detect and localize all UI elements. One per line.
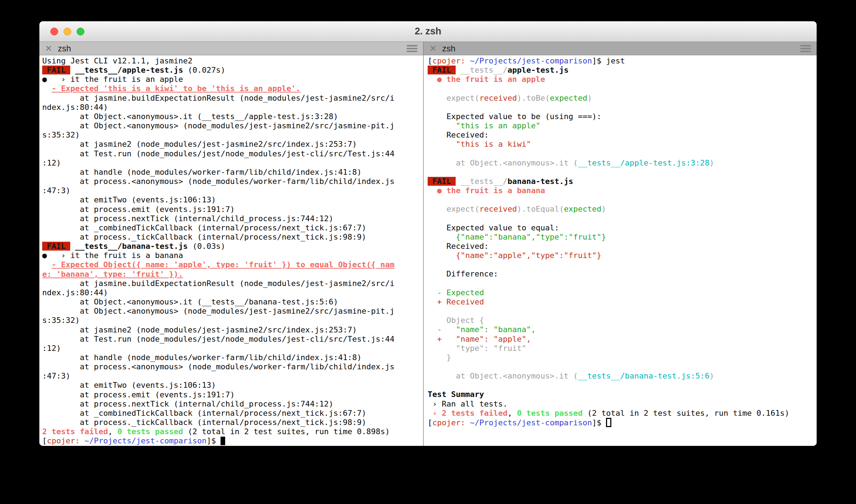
text-segment: at handle (node_modules/worker-farm/lib/… bbox=[42, 168, 362, 177]
terminal-line: at Test.run (node_modules/jest/node_modu… bbox=[42, 335, 423, 344]
text-segment: ]$ bbox=[207, 436, 221, 445]
terminal-line bbox=[428, 362, 817, 371]
terminal-line: FAIL __tests__/apple-test.js (0.027s) bbox=[42, 66, 423, 75]
terminal-line: + "name": "apple", bbox=[428, 335, 817, 344]
text-segment: Object { bbox=[428, 316, 484, 325]
text-segment: 0 tests passed bbox=[517, 409, 583, 418]
terminal-line: Difference: bbox=[428, 269, 817, 279]
text-segment: :47:3) bbox=[42, 371, 70, 380]
text-segment: ) bbox=[587, 94, 592, 102]
terminal-line: [cpojer: ~/Projects/jest-comparison]$ bbox=[42, 436, 423, 446]
text-segment: at process.<anonymous> (node_modules/wor… bbox=[42, 177, 394, 186]
text-segment: (2 total in 2 test suites, run time 0.16… bbox=[583, 409, 789, 418]
fail-badge: FAIL bbox=[428, 177, 456, 186]
text-segment: ).toEqual( bbox=[517, 205, 564, 213]
terminal-line: at emitTwo (events.js:106:13) bbox=[42, 381, 423, 390]
terminal-line: at Object.<anonymous> (node_modules/jest… bbox=[42, 121, 423, 130]
right-pane-tab[interactable]: ✕ zsh bbox=[424, 42, 817, 55]
text-segment: received bbox=[479, 94, 517, 102]
text-segment: ]$ jest bbox=[592, 56, 625, 65]
zoom-window-button[interactable] bbox=[77, 28, 84, 35]
text-segment: __tests__/apple-test.js bbox=[75, 66, 183, 74]
terminal-line: Test Summary bbox=[428, 390, 817, 399]
close-tab-icon[interactable]: ✕ bbox=[45, 44, 52, 53]
text-segment: at jasmine2 (node_modules/jest-jasmine2/… bbox=[42, 325, 357, 334]
terminal-line: at process.emit (events.js:191:7) bbox=[42, 205, 423, 214]
text-segment: at process.nextTick (internal/child_proc… bbox=[42, 214, 333, 223]
text-segment: :12) bbox=[42, 344, 61, 353]
terminal-line: at process.nextTick (internal/child_proc… bbox=[42, 399, 423, 409]
text-segment: ) bbox=[601, 205, 606, 213]
terminal-line: at _combinedTickCallback (internal/proce… bbox=[42, 223, 423, 233]
file-link[interactable]: __tests__/banana-test.js:5:6 bbox=[578, 371, 710, 380]
text-segment bbox=[428, 409, 432, 418]
left-pane-tab[interactable]: ✕ zsh bbox=[39, 42, 424, 55]
fail-badge: FAIL bbox=[42, 242, 70, 251]
text-segment: ndex.js:80:44) bbox=[42, 288, 108, 297]
text-segment: ● › it the fruit is a banana bbox=[42, 251, 183, 260]
text-segment: [ bbox=[428, 56, 432, 65]
terminal-line: [cpojer: ~/Projects/jest-comparison]$ bbox=[428, 418, 817, 427]
terminal-line: at handle (node_modules/worker-farm/lib/… bbox=[42, 168, 423, 177]
text-segment: :47:3) bbox=[42, 186, 70, 195]
terminal-line bbox=[428, 279, 817, 288]
terminal-line bbox=[428, 214, 817, 223]
terminal-line: "this is a kiwi" bbox=[428, 140, 817, 149]
menu-icon[interactable] bbox=[800, 45, 811, 52]
terminal-line: s:35:32) bbox=[42, 316, 423, 325]
terminal-line: ● › it the fruit is an apple bbox=[42, 75, 423, 84]
terminal-line: at Object.<anonymous> (node_modules/jest… bbox=[42, 307, 423, 316]
text-segment: at emitTwo (events.js:106:13) bbox=[42, 381, 216, 390]
terminal-line: - Expected bbox=[428, 288, 817, 297]
terminal-line: + Received bbox=[428, 297, 817, 307]
titlebar[interactable]: 2. zsh bbox=[39, 21, 817, 42]
terminal-line: ● the fruit is a banana bbox=[428, 186, 817, 195]
close-window-button[interactable] bbox=[50, 28, 58, 35]
text-segment: banana-test.js bbox=[507, 177, 573, 186]
text-segment: ) bbox=[710, 371, 714, 380]
file-link[interactable]: __tests__/apple-test.js:3:28 bbox=[578, 158, 710, 167]
text-segment: , bbox=[507, 409, 517, 418]
text-segment: at process._tickCallback (internal/proce… bbox=[42, 418, 366, 427]
terminal-line: at process._tickCallback (internal/proce… bbox=[42, 233, 423, 242]
minimize-window-button[interactable] bbox=[63, 28, 71, 35]
terminal-line: at handle (node_modules/worker-farm/lib/… bbox=[42, 353, 423, 362]
text-segment: at Object.<anonymous>.it (__tests__/bana… bbox=[42, 297, 338, 306]
text-segment: - Expected 'this is a kiwi' to be 'this … bbox=[52, 84, 301, 93]
text-segment: expected bbox=[550, 94, 587, 102]
terminal-line: [cpojer: ~/Projects/jest-comparison]$ je… bbox=[428, 56, 817, 66]
terminal-line: ● › it the fruit is a banana bbox=[42, 251, 423, 260]
terminal-line: Using Jest CLI v12.1.1, jasmine2 bbox=[42, 56, 423, 66]
terminal-line: at process.<anonymous> (node_modules/wor… bbox=[42, 362, 423, 371]
terminal-line: at process.<anonymous> (node_modules/wor… bbox=[42, 177, 423, 186]
fail-badge: FAIL bbox=[428, 66, 456, 74]
text-segment: Using Jest CLI v12.1.1, jasmine2 bbox=[42, 56, 193, 65]
text-segment: at _combinedTickCallback (internal/proce… bbox=[42, 409, 366, 418]
text-segment: at _combinedTickCallback (internal/proce… bbox=[42, 223, 366, 232]
terminal-line: at process._tickCallback (internal/proce… bbox=[42, 418, 423, 427]
terminal-line: FAIL __tests__/banana-test.js bbox=[428, 177, 817, 186]
terminal-line: Expected value to be (using ===): bbox=[428, 112, 817, 121]
menu-icon[interactable] bbox=[407, 45, 417, 52]
terminal-line: Expected value to equal: bbox=[428, 223, 817, 233]
close-tab-icon[interactable]: ✕ bbox=[429, 44, 437, 53]
terminal-pane-left[interactable]: Using Jest CLI v12.1.1, jasmine2 FAIL __… bbox=[39, 55, 424, 446]
terminal-line: - Expected 'this is a kiwi' to be 'this … bbox=[42, 84, 423, 93]
text-segment: "type": "fruit" bbox=[428, 344, 526, 353]
terminal-line: {"name":"banana","type":"fruit"} bbox=[428, 233, 817, 242]
text-segment: {"name":"banana","type":"fruit"} bbox=[428, 233, 606, 241]
text-segment: {"name":"apple","type":"fruit"} bbox=[428, 251, 601, 260]
terminal-line: e: 'banana', type: 'fruit' }). bbox=[42, 270, 423, 279]
terminal-line: :12) bbox=[42, 158, 423, 168]
text-segment: :12) bbox=[42, 158, 61, 167]
text-segment: received bbox=[479, 205, 517, 213]
traffic-lights bbox=[50, 21, 84, 41]
terminal-pane-right[interactable]: [cpojer: ~/Projects/jest-comparison]$ je… bbox=[424, 55, 817, 446]
terminal-line: at Object.<anonymous>.it (__tests__/appl… bbox=[428, 158, 817, 168]
text-segment: - Expected Object({ name: 'apple', type:… bbox=[52, 260, 395, 269]
text-segment: - Expected bbox=[428, 288, 484, 297]
text-segment: ● the fruit is an apple bbox=[428, 75, 545, 84]
terminal-line bbox=[428, 149, 817, 158]
text-segment bbox=[80, 436, 84, 445]
text-segment: at Object.<anonymous>.it ( bbox=[428, 371, 578, 380]
